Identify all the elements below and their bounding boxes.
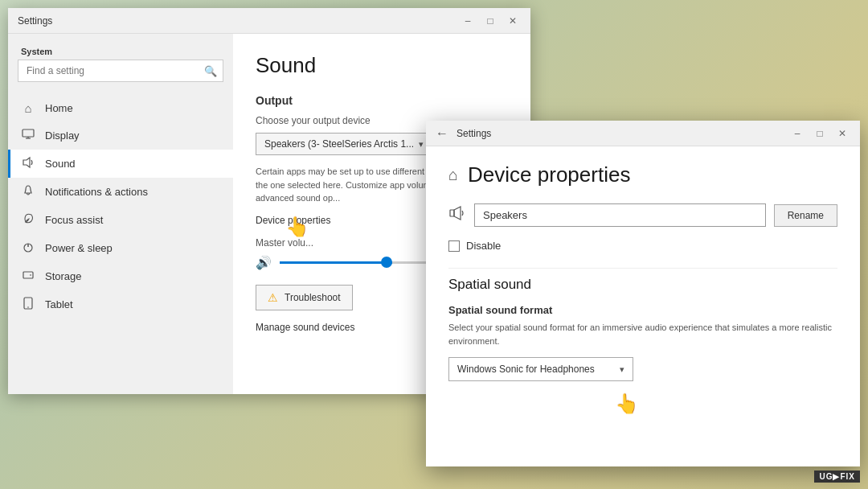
troubleshoot-label: Troubleshoot bbox=[285, 292, 341, 303]
tablet-icon bbox=[21, 297, 35, 312]
svg-marker-3 bbox=[23, 158, 30, 167]
sidebar-item-display[interactable]: Display bbox=[8, 121, 233, 150]
device-window-title: Settings bbox=[457, 128, 491, 139]
page-title: Sound bbox=[256, 53, 508, 78]
sidebar-item-tablet-label: Tablet bbox=[45, 298, 73, 310]
svg-rect-0 bbox=[23, 129, 34, 137]
svg-point-9 bbox=[27, 306, 29, 308]
search-box[interactable]: 🔍 bbox=[18, 60, 223, 82]
volume-icon: 🔊 bbox=[256, 255, 272, 270]
device-title-bar: ← Settings – □ ✕ bbox=[426, 121, 860, 146]
minimize-button[interactable]: – bbox=[460, 13, 476, 29]
sidebar-item-power-label: Power & sleep bbox=[45, 242, 113, 254]
sound-icon bbox=[21, 156, 35, 171]
slider-fill bbox=[280, 261, 392, 264]
device-properties-window: ← Settings – □ ✕ ⌂ Device properties Ren… bbox=[426, 121, 860, 466]
system-label: System bbox=[8, 40, 233, 60]
dropdown-value: Speakers (3- SteelSeries Arctis 1... bbox=[264, 138, 414, 150]
spatial-sound-dropdown[interactable]: Windows Sonic for Headphones ▾ bbox=[448, 357, 633, 381]
home-icon: ⌂ bbox=[21, 101, 35, 115]
sidebar-item-focus[interactable]: Focus assist bbox=[8, 206, 233, 234]
sidebar-item-home-label: Home bbox=[45, 102, 73, 114]
sidebar-item-sound-label: Sound bbox=[45, 158, 76, 170]
focus-icon bbox=[21, 212, 35, 228]
device-maximize-button[interactable]: □ bbox=[812, 125, 828, 142]
speaker-name-input[interactable] bbox=[474, 203, 766, 227]
device-close-button[interactable]: ✕ bbox=[834, 125, 850, 142]
disable-label: Disable bbox=[466, 240, 501, 252]
speaker-row: Rename bbox=[448, 203, 837, 227]
dropdown-arrow-icon: ▾ bbox=[419, 139, 424, 150]
troubleshoot-button[interactable]: ⚠ Troubleshoot bbox=[256, 285, 353, 310]
speaker-device-icon bbox=[448, 204, 466, 226]
device-body: ⌂ Device properties Rename Disable Spati… bbox=[426, 146, 860, 466]
disable-row: Disable bbox=[448, 240, 837, 252]
sidebar-item-notifications[interactable]: Notifications & actions bbox=[8, 178, 233, 206]
search-icon: 🔍 bbox=[204, 65, 217, 77]
rename-button[interactable]: Rename bbox=[774, 204, 837, 227]
main-window-controls: – □ ✕ bbox=[460, 13, 521, 29]
output-device-dropdown[interactable]: Speakers (3- SteelSeries Arctis 1... ▾ bbox=[256, 133, 432, 155]
sidebar-item-home[interactable]: ⌂ Home bbox=[8, 95, 233, 121]
volume-slider[interactable] bbox=[280, 261, 440, 264]
sidebar-item-storage-label: Storage bbox=[45, 270, 82, 282]
svg-rect-10 bbox=[450, 210, 454, 216]
spatial-dropdown-arrow-icon: ▾ bbox=[620, 364, 624, 375]
main-window-title: Settings bbox=[18, 15, 52, 27]
slider-thumb bbox=[381, 257, 392, 268]
device-page-title-text: Device properties bbox=[468, 162, 630, 187]
spatial-format-label: Spatial sound format bbox=[448, 304, 837, 316]
spatial-desc: Select your spatial sound format for an … bbox=[448, 321, 837, 347]
svg-marker-11 bbox=[454, 207, 461, 220]
home-icon-device: ⌂ bbox=[448, 166, 458, 184]
sidebar-item-focus-label: Focus assist bbox=[45, 214, 103, 226]
device-minimize-button[interactable]: – bbox=[789, 125, 805, 142]
warning-icon: ⚠ bbox=[268, 291, 278, 304]
storage-icon bbox=[21, 269, 35, 284]
sidebar-item-power[interactable]: Power & sleep bbox=[8, 234, 233, 262]
power-icon bbox=[21, 240, 35, 256]
sidebar-item-display-label: Display bbox=[45, 129, 80, 142]
device-title-left: ← Settings bbox=[436, 126, 491, 141]
disable-checkbox[interactable] bbox=[448, 240, 460, 252]
sidebar-item-notifications-label: Notifications & actions bbox=[45, 186, 148, 198]
sidebar-item-storage[interactable]: Storage bbox=[8, 262, 233, 290]
spatial-dropdown-value: Windows Sonic for Headphones bbox=[457, 364, 595, 375]
search-input[interactable] bbox=[18, 60, 223, 82]
output-section-title: Output bbox=[256, 94, 508, 107]
display-icon bbox=[21, 128, 35, 143]
device-page-title: ⌂ Device properties bbox=[448, 162, 837, 187]
device-window-controls: – □ ✕ bbox=[789, 125, 850, 142]
back-button[interactable]: ← bbox=[436, 126, 448, 141]
sidebar-item-tablet[interactable]: Tablet bbox=[8, 290, 233, 318]
svg-rect-6 bbox=[23, 272, 33, 278]
maximize-button[interactable]: □ bbox=[482, 13, 498, 29]
ugfix-badge: UG▶FIX bbox=[814, 471, 860, 483]
main-title-bar: Settings – □ ✕ bbox=[8, 8, 530, 34]
sidebar: System 🔍 ⌂ Home Display Sound bbox=[8, 34, 233, 394]
spatial-sound-title: Spatial sound bbox=[448, 268, 837, 293]
notifications-icon bbox=[21, 184, 35, 199]
close-button[interactable]: ✕ bbox=[505, 13, 521, 29]
sidebar-item-sound[interactable]: Sound bbox=[8, 150, 233, 178]
